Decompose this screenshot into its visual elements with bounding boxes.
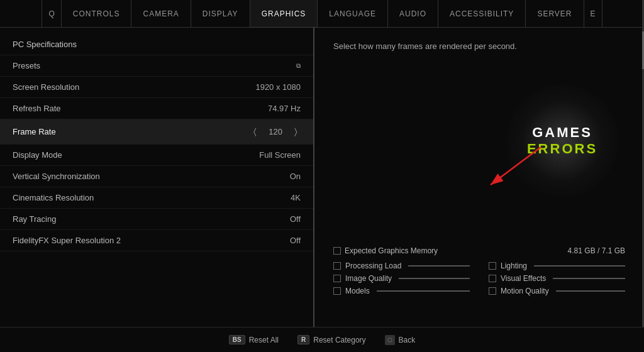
bottom-checkboxes: Expected Graphics Memory 4.81 GB / 7.1 G… xyxy=(333,246,625,295)
vsync-item[interactable]: Vertical Synchronization On xyxy=(0,166,313,187)
memory-checkbox[interactable] xyxy=(333,247,341,255)
cinematics-res-label: Cinematics Resolution xyxy=(13,193,94,202)
back-label: Back xyxy=(399,336,416,344)
logo-games-text: GAMES xyxy=(532,124,592,141)
image-quality-checkbox[interactable] xyxy=(333,275,341,282)
motion-quality-item: Motion Quality xyxy=(489,287,625,295)
reset-category-action[interactable]: R Reset Category xyxy=(297,335,366,344)
display-mode-item[interactable]: Display Mode Full Screen xyxy=(0,145,313,166)
ray-tracing-item[interactable]: Ray Tracing Off xyxy=(0,209,313,230)
logo-area: GAMES ERRORS xyxy=(499,78,625,204)
presets-label: Presets xyxy=(13,61,40,70)
refresh-rate-value: 74.97 Hz xyxy=(268,104,301,113)
frame-rate-value: 120 xyxy=(269,127,282,136)
frame-rate-value-group: 〈 120 〉 xyxy=(250,125,301,138)
nav-controls[interactable]: CONTROLS xyxy=(62,0,132,28)
models-checkbox[interactable] xyxy=(333,287,341,295)
ray-tracing-label: Ray Tracing xyxy=(13,214,56,224)
memory-value: 4.81 GB / 7.1 GB xyxy=(568,246,625,255)
left-panel: PC Specifications Presets ⧉ Screen Resol… xyxy=(0,28,314,327)
display-mode-value: Full Screen xyxy=(259,150,301,160)
description-text: Select how many frames are rendered per … xyxy=(333,40,625,53)
cinematics-res-value: 4K xyxy=(291,193,301,202)
nav-accessibility[interactable]: ACCESSIBILITY xyxy=(438,0,526,28)
motion-quality-bar xyxy=(556,290,625,292)
back-action[interactable]: ⬡ Back xyxy=(385,335,416,345)
nav-graphics[interactable]: GRAPHICS xyxy=(250,0,318,28)
presets-item[interactable]: Presets ⧉ xyxy=(0,55,313,77)
bottom-bar: BS Reset All R Reset Category ⬡ Back xyxy=(0,327,644,352)
fidelityfx-value: Off xyxy=(290,236,301,245)
processing-load-checkbox[interactable] xyxy=(333,262,341,270)
reset-category-label: Reset Category xyxy=(313,336,365,344)
motion-quality-label: Motion Quality xyxy=(501,287,549,295)
visual-effects-bar xyxy=(553,278,625,279)
visual-effects-item: Visual Effects xyxy=(489,274,625,283)
reset-category-key: R xyxy=(297,335,309,344)
processing-load-item: Processing Load xyxy=(333,261,470,270)
nav-camera[interactable]: CAMERA xyxy=(131,0,191,28)
lighting-bar xyxy=(534,265,625,267)
frame-rate-label: Frame Rate xyxy=(13,127,56,136)
image-quality-item: Image Quality xyxy=(333,274,470,283)
visual-effects-label: Visual Effects xyxy=(501,274,546,283)
processing-load-label: Processing Load xyxy=(345,261,401,270)
cinematics-res-item[interactable]: Cinematics Resolution 4K xyxy=(0,187,313,209)
reset-all-action[interactable]: BS Reset All xyxy=(229,335,279,344)
screen-resolution-value: 1920 x 1080 xyxy=(255,82,301,92)
memory-row: Expected Graphics Memory 4.81 GB / 7.1 G… xyxy=(333,246,625,255)
back-icon: ⬡ xyxy=(385,335,395,345)
display-mode-label: Display Mode xyxy=(13,150,62,160)
frame-rate-right-arrow[interactable]: 〉 xyxy=(291,125,301,138)
fidelityfx-label: FidelityFX Super Resolution 2 xyxy=(13,236,121,245)
visual-effects-checkbox[interactable] xyxy=(489,275,496,282)
image-quality-label: Image Quality xyxy=(345,274,392,283)
logo-glow: GAMES ERRORS xyxy=(506,84,619,197)
memory-label: Expected Graphics Memory xyxy=(333,246,438,255)
frame-rate-left-arrow[interactable]: 〈 xyxy=(250,125,260,138)
models-bar xyxy=(377,290,470,292)
pc-specifications-item[interactable]: PC Specifications xyxy=(0,34,313,55)
nav-display[interactable]: DISPLAY xyxy=(191,0,250,28)
reset-all-label: Reset All xyxy=(249,336,279,344)
checkbox-grid: Processing Load Lighting Image Quality xyxy=(333,261,625,295)
reset-all-key: BS xyxy=(229,335,245,344)
frame-rate-item[interactable]: Frame Rate 〈 120 〉 xyxy=(0,119,313,145)
top-nav: Q CONTROLS CAMERA DISPLAY GRAPHICS LANGU… xyxy=(0,0,644,28)
logo-errors-text: ERRORS xyxy=(527,141,597,157)
screen-resolution-label: Screen Resolution xyxy=(13,82,79,92)
fidelityfx-item[interactable]: FidelityFX Super Resolution 2 Off xyxy=(0,230,313,251)
lighting-label: Lighting xyxy=(501,261,527,270)
vsync-label: Vertical Synchronization xyxy=(13,172,100,181)
nav-language[interactable]: LANGUAGE xyxy=(318,0,388,28)
lighting-checkbox[interactable] xyxy=(489,262,496,270)
models-label: Models xyxy=(345,287,370,295)
motion-quality-checkbox[interactable] xyxy=(489,287,496,295)
processing-load-bar xyxy=(408,265,470,267)
refresh-rate-item[interactable]: Refresh Rate 74.97 Hz xyxy=(0,98,313,119)
screen-resolution-item[interactable]: Screen Resolution 1920 x 1080 xyxy=(0,77,313,98)
memory-label-text: Expected Graphics Memory xyxy=(345,246,438,255)
right-panel: Select how many frames are rendered per … xyxy=(314,28,644,327)
external-link-icon: ⧉ xyxy=(296,62,301,70)
image-quality-bar xyxy=(399,278,470,279)
main-content: PC Specifications Presets ⧉ Screen Resol… xyxy=(0,28,644,327)
nav-q-bracket: Q xyxy=(42,0,61,28)
refresh-rate-label: Refresh Rate xyxy=(13,104,61,113)
lighting-item: Lighting xyxy=(489,261,625,270)
nav-audio[interactable]: AUDIO xyxy=(388,0,438,28)
pc-specifications-label: PC Specifications xyxy=(13,40,77,49)
models-item: Models xyxy=(333,287,470,295)
vsync-value: On xyxy=(290,172,301,181)
nav-e-bracket: E xyxy=(584,0,602,28)
nav-server[interactable]: SERVER xyxy=(526,0,584,28)
ray-tracing-value: Off xyxy=(290,214,301,224)
